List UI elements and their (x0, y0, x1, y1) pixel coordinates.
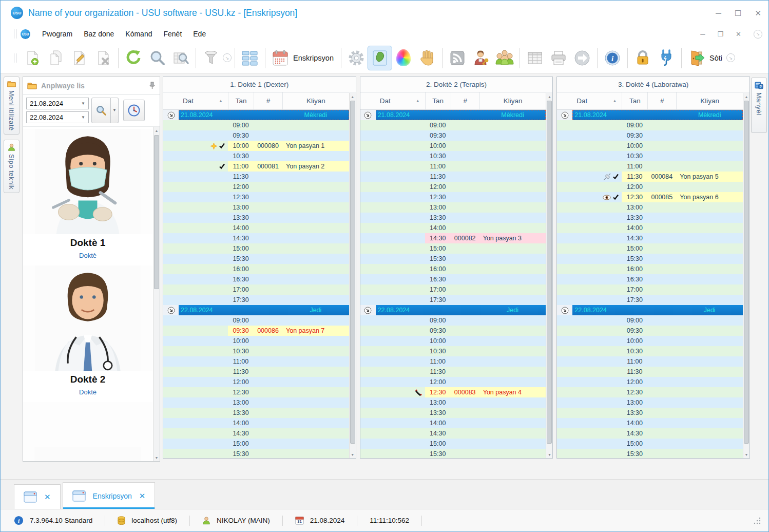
employee-list-scrollbar[interactable]: ▲ ▼ (153, 127, 160, 461)
employee-card[interactable] (23, 400, 152, 461)
appointment-row[interactable]: 14:30000082Yon pasyan 3 (360, 233, 546, 243)
scrollbar-thumb[interactable] (350, 101, 355, 444)
timeslot-row[interactable]: 13:30 (360, 213, 546, 223)
date-row[interactable]: 21.08.2024Mèkredi (360, 110, 546, 120)
timeslot-row[interactable]: 17:00 (163, 284, 349, 295)
filter-button[interactable] (199, 46, 223, 70)
timeslot-row[interactable]: 15:00 (360, 439, 546, 449)
timeslot-row[interactable]: 10:30 (557, 151, 743, 161)
menu-ede[interactable]: Ede (187, 28, 212, 40)
header-tan[interactable]: Tan (228, 92, 254, 109)
pin-icon[interactable] (149, 82, 156, 89)
timeslot-row[interactable]: 14:30 (557, 233, 743, 243)
timeslot-row[interactable]: 09:00 (163, 315, 349, 326)
calendar-module-label[interactable]: Enskripsyon (293, 54, 334, 62)
table-button[interactable] (523, 46, 547, 70)
timeslot-row[interactable]: 10:30 (163, 151, 349, 161)
calendar-module-button[interactable] (268, 46, 292, 70)
tab-sipo-teknik[interactable]: Sipo teknik (4, 140, 20, 193)
employee-card[interactable]: Doktè 2Doktè (23, 263, 152, 396)
timeslot-row[interactable]: 12:00 (163, 182, 349, 192)
timeslot-row[interactable]: 10:00 (557, 336, 743, 346)
exit-button[interactable] (685, 46, 708, 70)
timeslot-row[interactable]: 10:30 (360, 151, 546, 161)
timeslot-row[interactable]: 11:00 (360, 356, 546, 367)
mdi-close-button[interactable]: ✕ (736, 30, 741, 38)
timeslot-row[interactable]: 15:30 (360, 254, 546, 264)
timeslot-row[interactable]: 13:00 (163, 397, 349, 408)
header-kliyan[interactable]: Kliyan (676, 92, 743, 109)
timeslot-row[interactable]: 13:00 (557, 397, 743, 408)
timeslot-row[interactable]: 10:30 (360, 346, 546, 356)
lock-button[interactable] (631, 46, 655, 70)
timeslot-row[interactable]: 14:30 (163, 428, 349, 439)
timeslot-row[interactable]: 16:30 (360, 274, 546, 284)
collapse-day-button[interactable] (557, 110, 572, 120)
date-to-select[interactable]: 22.08.2024 ▼ (26, 111, 89, 123)
timeslot-row[interactable]: 09:30 (557, 326, 743, 336)
timeslot-row[interactable]: 11:00 (557, 161, 743, 172)
forward-button[interactable] (570, 46, 594, 70)
menu-overflow-button[interactable]: ↘ (754, 30, 762, 39)
appointment-row[interactable]: 12:30000083Yon pasyan 4 (360, 387, 546, 397)
tab-meni-itilizate[interactable]: Meni itilizatè (4, 77, 20, 135)
colors-button[interactable] (392, 46, 415, 70)
sidebar-search-button[interactable] (91, 98, 111, 123)
timeslot-row[interactable]: 13:30 (360, 408, 546, 418)
timeslot-row[interactable]: 12:00 (360, 377, 546, 387)
timeslot-row[interactable]: 09:30 (163, 130, 349, 141)
timeslot-row[interactable]: 15:30 (163, 254, 349, 264)
collapse-day-button[interactable] (360, 305, 376, 315)
timeslot-row[interactable]: 10:00 (360, 141, 546, 151)
schedule-time-button[interactable] (123, 100, 145, 121)
timeslot-row[interactable]: 16:00 (163, 264, 349, 274)
date-from-select[interactable]: 21.08.2024 ▼ (26, 98, 89, 109)
resize-grip-icon[interactable] (754, 517, 761, 524)
sidebar-search-dropdown[interactable]: ▼ (111, 98, 119, 123)
timeslot-row[interactable]: 15:00 (557, 243, 743, 254)
collapse-day-button[interactable] (163, 110, 179, 120)
timeslot-row[interactable]: 10:00 (163, 336, 349, 346)
timeslot-row[interactable]: 13:00 (360, 397, 546, 408)
search-button[interactable] (145, 46, 169, 70)
timeslot-row[interactable]: 09:00 (360, 315, 546, 326)
timeslot-row[interactable]: 14:00 (163, 223, 349, 233)
refresh-button[interactable] (122, 46, 145, 70)
timeslot-row[interactable]: 12:30 (360, 192, 546, 202)
timeslot-row[interactable]: 12:30 (557, 387, 743, 397)
appointment-row[interactable]: 11:30000084Yon pasyan 5 (557, 172, 743, 182)
timeslot-row[interactable]: 15:30 (360, 449, 546, 458)
scrollbar-thumb[interactable] (744, 101, 749, 444)
map-button[interactable] (368, 46, 392, 70)
timeslot-row[interactable]: 13:30 (557, 408, 743, 418)
timeslot-row[interactable]: 12:00 (557, 182, 743, 192)
toolbar-drag-handle[interactable] (14, 29, 16, 39)
tab-close-icon[interactable]: ✕ (139, 492, 146, 500)
timeslot-row[interactable]: 15:30 (557, 449, 743, 458)
timeslot-row[interactable]: 14:00 (557, 418, 743, 428)
timeslot-row[interactable]: 17:30 (163, 295, 349, 305)
plug-button[interactable] (655, 46, 678, 70)
header-kliyan[interactable]: Kliyan (479, 92, 546, 109)
menu-fenet[interactable]: Fenèt (158, 28, 187, 40)
header-dat[interactable]: Dat▲ (163, 92, 228, 109)
menu-komand[interactable]: Kòmand (120, 28, 158, 40)
feed-button[interactable] (446, 46, 469, 70)
timeslot-row[interactable]: 11:30 (163, 172, 349, 182)
employee-photo[interactable] (23, 129, 152, 234)
header-num[interactable]: # (647, 92, 676, 109)
timeslot-row[interactable]: 11:00 (360, 161, 546, 172)
employee-photo[interactable] (23, 265, 152, 371)
timeslot-row[interactable]: 15:00 (163, 439, 349, 449)
timeslot-row[interactable]: 15:00 (360, 243, 546, 254)
mdi-minimize-button[interactable]: ─ (700, 30, 705, 38)
timeslot-row[interactable]: 15:30 (163, 449, 349, 458)
timeslot-row[interactable]: 11:00 (557, 356, 743, 367)
delete-document-button[interactable] (91, 46, 115, 70)
timeslot-row[interactable]: 09:00 (557, 120, 743, 130)
window-tab-enskripsyon[interactable]: Enskripsyon ✕ (63, 482, 156, 509)
timeslot-row[interactable]: 12:00 (360, 182, 546, 192)
timeslot-row[interactable]: 11:30 (163, 367, 349, 377)
schedule-scrollbar[interactable]: ▲▼ (546, 93, 552, 458)
timeslot-row[interactable]: 11:00 (163, 356, 349, 367)
